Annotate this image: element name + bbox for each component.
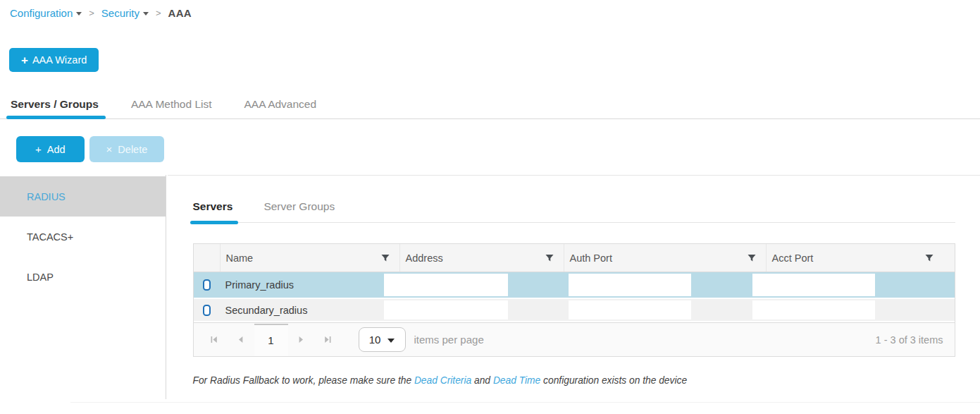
chevron-down-icon — [143, 12, 149, 16]
panel-bottom-divider — [70, 402, 980, 403]
tab-aaa-method-list[interactable]: AAA Method List — [131, 98, 212, 118]
redacted-acct-port-value — [752, 300, 875, 319]
filter-icon[interactable] — [381, 254, 390, 262]
aaa-configuration-page: Configuration > Security > AAA + AAA Wiz… — [0, 0, 980, 414]
delete-button[interactable]: × Delete — [89, 136, 165, 162]
chevron-down-icon — [76, 12, 82, 16]
plus-icon: + — [35, 144, 42, 154]
content-area: RADIUS TACACS+ LDAP Servers Server Group… — [0, 175, 980, 401]
breadcrumb-security[interactable]: Security — [101, 7, 149, 19]
redacted-auth-port-value — [569, 274, 691, 296]
dead-time-link[interactable]: Dead Time — [493, 375, 540, 386]
last-page-icon[interactable] — [315, 324, 342, 356]
subtab-server-groups[interactable]: Server Groups — [263, 200, 335, 222]
header-cell-auth-port: Auth Port — [564, 244, 766, 272]
radius-panel: Servers Server Groups Name Address — [168, 175, 980, 399]
protocol-sidebar: RADIUS TACACS+ LDAP — [0, 175, 166, 399]
aaa-wizard-button-label: AAA Wizard — [32, 54, 87, 66]
table-header-row: Name Address Auth Port — [194, 244, 955, 272]
header-cell-name: Name — [220, 244, 399, 272]
server-name: Secundary_radius — [220, 305, 308, 316]
checkbox-icon[interactable] — [203, 305, 211, 316]
server-name: Primary_radius — [220, 279, 294, 291]
redacted-address-value — [384, 274, 508, 296]
sidebar-item-tacacs[interactable]: TACACS+ — [0, 217, 166, 257]
row-checkbox-cell — [194, 305, 220, 316]
note-text: For Radius Fallback to work, please make… — [193, 375, 414, 386]
breadcrumb-configuration[interactable]: Configuration — [10, 7, 82, 19]
filter-icon[interactable] — [748, 254, 756, 262]
note-text: and — [471, 375, 493, 386]
breadcrumb-configuration-label: Configuration — [10, 7, 73, 19]
table-pagination: 1 10 items per page 1 - 3 of 3 items — [194, 322, 955, 356]
add-button[interactable]: + Add — [16, 136, 85, 162]
note-text: configuration exists on the device — [540, 375, 687, 386]
header-cell-acct-port: Acct Port — [766, 244, 955, 272]
items-per-page-label: items per page — [414, 334, 484, 346]
page-size-dropdown[interactable]: 10 — [359, 327, 406, 352]
breadcrumb-separator: > — [89, 8, 94, 18]
items-range-label: 1 - 3 of 3 items — [876, 334, 943, 346]
add-button-label: Add — [47, 144, 66, 155]
plus-icon: + — [21, 54, 28, 66]
redacted-acct-port-value — [752, 274, 875, 296]
next-page-icon[interactable] — [288, 324, 315, 356]
main-tabs: Servers / Groups AAA Method List AAA Adv… — [0, 92, 980, 119]
sidebar-item-radius[interactable]: RADIUS — [0, 176, 166, 217]
tab-aaa-advanced[interactable]: AAA Advanced — [244, 98, 317, 118]
header-cell-checkbox — [194, 244, 220, 272]
filter-icon[interactable] — [545, 254, 554, 262]
first-page-icon[interactable] — [201, 324, 228, 356]
column-label-address: Address — [406, 252, 443, 264]
row-checkbox-cell — [194, 279, 220, 291]
column-label-name: Name — [226, 252, 254, 264]
radius-subtabs: Servers Server Groups — [193, 200, 955, 223]
breadcrumb-current-aaa: AAA — [168, 7, 192, 19]
servers-table: Name Address Auth Port — [193, 243, 955, 357]
header-cell-address: Address — [399, 244, 564, 272]
caret-down-icon — [387, 339, 395, 343]
redacted-auth-port-value — [569, 300, 691, 319]
table-toolbar: + Add × Delete — [16, 136, 164, 162]
breadcrumb-security-label: Security — [101, 7, 139, 19]
checkbox-icon[interactable] — [203, 279, 211, 291]
close-icon: × — [106, 144, 113, 154]
filter-icon[interactable] — [925, 254, 934, 262]
tab-servers-groups[interactable]: Servers / Groups — [11, 98, 99, 118]
sidebar-item-ldap[interactable]: LDAP — [0, 257, 166, 297]
aaa-wizard-button[interactable]: + AAA Wizard — [9, 48, 99, 72]
table-row-primary-radius[interactable]: Primary_radius — [194, 272, 955, 299]
redacted-address-value — [384, 300, 508, 319]
prev-page-icon[interactable] — [228, 324, 254, 356]
column-label-auth-port: Auth Port — [570, 252, 612, 264]
dead-criteria-link[interactable]: Dead Criteria — [414, 375, 471, 386]
breadcrumb: Configuration > Security > AAA — [10, 7, 192, 19]
page-size-value: 10 — [369, 334, 381, 346]
table-row-secundary-radius[interactable]: Secundary_radius — [194, 299, 955, 322]
delete-button-label: Delete — [118, 144, 147, 155]
radius-fallback-note: For Radius Fallback to work, please make… — [193, 375, 688, 386]
breadcrumb-separator: > — [156, 8, 161, 18]
subtab-servers[interactable]: Servers — [193, 200, 233, 222]
current-page-number[interactable]: 1 — [254, 324, 288, 356]
column-label-acct-port: Acct Port — [772, 252, 814, 264]
